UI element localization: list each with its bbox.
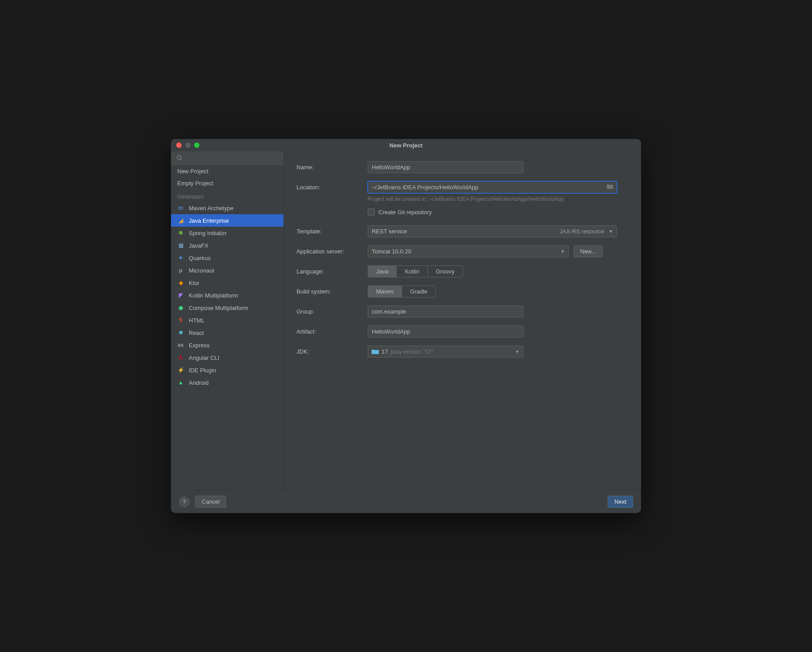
appserver-select[interactable]: Tomcat 10.0.20 ▼	[368, 245, 569, 257]
sidebar-item-label: Express	[189, 342, 210, 349]
artifact-label: Artifact:	[296, 328, 368, 335]
lang-seg-kotlin[interactable]: Kotlin	[397, 266, 428, 277]
svg-point-0	[177, 155, 181, 159]
sidebar-item-kotlin-multiplatform[interactable]: ◤Kotlin Multiplatform	[171, 289, 284, 302]
language-label: Language:	[296, 268, 368, 275]
sidebar-item-label: HTML	[189, 317, 204, 324]
appserver-label: Application server:	[296, 248, 368, 255]
sidebar-item-spring-initializr[interactable]: ❋Spring Initializr	[171, 227, 284, 239]
lang-seg-java[interactable]: Java	[368, 266, 397, 277]
appserver-new-button[interactable]: New...	[573, 245, 603, 257]
language-segmented: JavaKotlinGroovy	[368, 265, 463, 277]
sidebar-item-label: Android	[189, 379, 209, 386]
search-icon	[176, 155, 183, 162]
next-button[interactable]: Next	[608, 496, 633, 508]
build-label: Build system:	[296, 288, 368, 295]
java-ee-icon: ◢	[177, 217, 184, 224]
location-label: Location:	[296, 184, 368, 191]
sidebar-item-label: Compose Multiplatform	[189, 305, 248, 311]
chevron-down-icon: ▼	[609, 229, 613, 234]
sidebar-item-html[interactable]: 5HTML	[171, 314, 284, 326]
html-icon: 5	[177, 317, 184, 324]
sidebar-item-label: New Project	[177, 168, 208, 175]
sidebar-item-android[interactable]: ▲Android	[171, 376, 284, 389]
template-select[interactable]: REST service JAX-RS resource ▼	[368, 225, 617, 237]
generators-header: Generators	[171, 189, 284, 202]
build-segmented: MavenGradle	[368, 285, 436, 297]
template-label: Template:	[296, 228, 368, 235]
window-title: New Project	[171, 142, 641, 149]
sidebar: New Project Empty Project Generators mMa…	[171, 151, 284, 490]
sidebar-item-react[interactable]: ⚛React	[171, 326, 284, 339]
sidebar-item-label: JavaFX	[189, 242, 208, 249]
jdk-folder-icon	[372, 349, 379, 355]
group-input[interactable]	[368, 306, 524, 318]
artifact-input[interactable]	[368, 326, 524, 338]
sidebar-item-label: Maven Archetype	[189, 205, 233, 212]
svg-line-1	[181, 159, 183, 161]
sidebar-item-express[interactable]: exExpress	[171, 339, 284, 351]
sidebar-item-label: Kotlin Multiplatform	[189, 292, 238, 299]
main-panel: Name: Location: Project will be created …	[284, 151, 641, 490]
location-hint: Project will be created in: ~/JetBrains …	[368, 196, 629, 202]
sidebar-item-compose-multiplatform[interactable]: ◉Compose Multiplatform	[171, 302, 284, 314]
appserver-value: Tomcat 10.0.20	[372, 248, 411, 255]
sidebar-item-label: Micronaut	[189, 267, 214, 274]
quarkus-icon: ✦	[177, 254, 184, 261]
kotlin-icon: ◤	[177, 292, 184, 299]
spring-icon: ❋	[177, 229, 184, 236]
sidebar-item-label: Quarkus	[189, 255, 211, 261]
help-button[interactable]: ?	[179, 497, 190, 507]
sidebar-item-javafx[interactable]: ▦JavaFX	[171, 239, 284, 252]
build-seg-maven[interactable]: Maven	[368, 286, 402, 297]
maven-icon: m	[177, 204, 184, 212]
plugin-icon: ⚡	[177, 367, 184, 374]
sidebar-item-label: IDE Plugin	[189, 367, 216, 374]
titlebar: New Project	[171, 139, 641, 151]
sidebar-item-label: Spring Initializr	[189, 230, 227, 236]
jdk-label: JDK:	[296, 348, 368, 355]
sidebar-item-maven-archetype[interactable]: mMaven Archetype	[171, 202, 284, 214]
sidebar-item-label: Angular CLI	[189, 355, 219, 361]
micronaut-icon: μ	[177, 267, 184, 274]
name-input[interactable]	[368, 161, 524, 173]
sidebar-item-label: Empty Project	[177, 180, 213, 187]
sidebar-item-label: Ktor	[189, 280, 199, 286]
location-input[interactable]	[368, 181, 617, 193]
search-input[interactable]	[175, 153, 280, 163]
git-checkbox[interactable]	[368, 208, 375, 216]
template-extra: JAX-RS resource	[560, 228, 604, 235]
javafx-icon: ▦	[177, 242, 184, 249]
group-label: Group:	[296, 308, 368, 315]
new-project-dialog: New Project New Project Empty Project Ge…	[171, 139, 641, 513]
lang-seg-groovy[interactable]: Groovy	[428, 266, 463, 277]
sidebar-item-ktor[interactable]: ◆Ktor	[171, 277, 284, 289]
sidebar-item-java-enterprise[interactable]: ◢Java Enterprise	[171, 214, 284, 227]
sidebar-item-new-project[interactable]: New Project	[171, 165, 284, 177]
jdk-select[interactable]: 17 java version "17" ▼	[368, 346, 524, 358]
cancel-button[interactable]: Cancel	[195, 496, 226, 508]
sidebar-item-label: Java Enterprise	[189, 217, 229, 224]
sidebar-item-ide-plugin[interactable]: ⚡IDE Plugin	[171, 364, 284, 376]
sidebar-item-empty-project[interactable]: Empty Project	[171, 177, 284, 189]
name-label: Name:	[296, 164, 368, 171]
jdk-desc: java version "17"	[390, 348, 434, 355]
git-checkbox-label: Create Git repository	[378, 209, 432, 216]
sidebar-item-quarkus[interactable]: ✦Quarkus	[171, 252, 284, 264]
folder-icon[interactable]	[606, 183, 613, 192]
build-seg-gradle[interactable]: Gradle	[402, 286, 435, 297]
express-icon: ex	[177, 342, 184, 349]
sidebar-item-micronaut[interactable]: μMicronaut	[171, 264, 284, 277]
sidebar-item-angular-cli[interactable]: AAngular CLI	[171, 351, 284, 364]
angular-icon: A	[177, 354, 184, 361]
android-icon: ▲	[177, 379, 184, 386]
jdk-version: 17	[382, 348, 388, 355]
chevron-down-icon: ▼	[515, 349, 520, 354]
chevron-down-icon: ▼	[560, 249, 565, 254]
sidebar-item-label: React	[189, 330, 204, 336]
ktor-icon: ◆	[177, 279, 184, 286]
footer: ? Cancel Next	[171, 490, 641, 513]
compose-icon: ◉	[177, 304, 184, 311]
react-icon: ⚛	[177, 329, 184, 336]
template-value: REST service	[372, 228, 407, 235]
